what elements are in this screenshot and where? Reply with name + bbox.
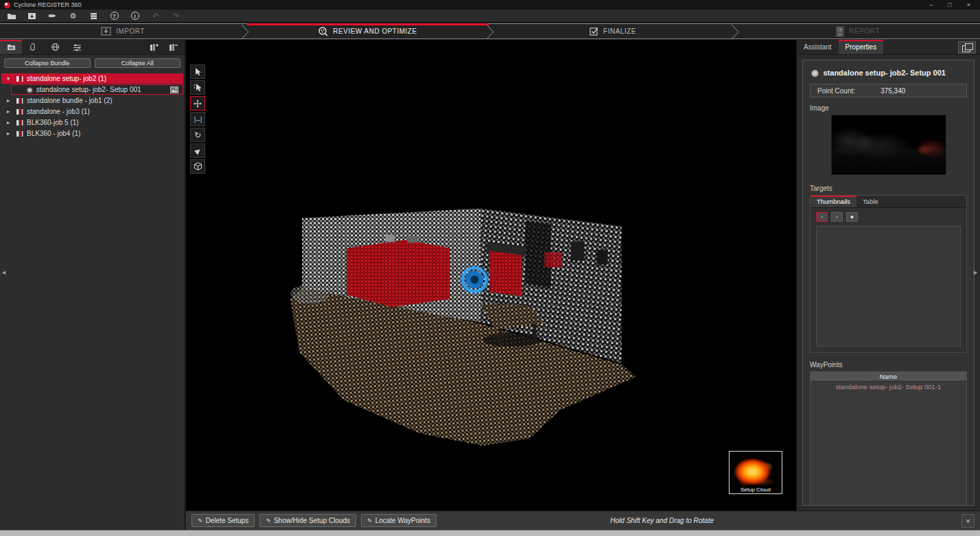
setup-pano-image[interactable] bbox=[831, 115, 946, 175]
caret-icon[interactable]: ▸ bbox=[7, 108, 12, 115]
help-icon[interactable]: ? bbox=[108, 11, 120, 21]
step-import-label: IMPORT bbox=[116, 27, 145, 35]
collapse-bundle-button[interactable]: Collapse Bundle bbox=[4, 58, 91, 68]
tab-assistant[interactable]: Assistant bbox=[797, 40, 839, 54]
redo-icon[interactable]: ↷ bbox=[170, 11, 182, 21]
rotate-hint-text: Hold Shift Key and Drag to Rotate bbox=[610, 517, 714, 524]
target-thumbnail-strip: • • ● bbox=[810, 208, 966, 226]
status-strip bbox=[0, 530, 980, 536]
waypoints-section-label: WayPoints bbox=[810, 361, 967, 369]
setup-cloud-preview[interactable]: Setup Cloud bbox=[729, 451, 782, 494]
tree-item-label: standalone setup- job2 (1) bbox=[27, 75, 106, 82]
collapse-all-button[interactable]: Collapse All bbox=[95, 58, 181, 68]
tree-item-job5[interactable]: ▸ BLK360-job 5 (1) bbox=[1, 117, 183, 128]
look-around-tool[interactable]: ↻ bbox=[190, 128, 205, 142]
tree-item-job3[interactable]: ▸ standalone - job3 (1) bbox=[1, 106, 183, 117]
caret-icon[interactable]: ▾ bbox=[7, 75, 12, 82]
open-project-icon[interactable] bbox=[5, 11, 17, 21]
point-cloud-viewport[interactable]: |↔| ↻ ▶ bbox=[186, 40, 796, 511]
tree-item-job2[interactable]: ▾ standalone setup- job2 (1) bbox=[1, 73, 183, 84]
caret-icon[interactable]: ▸ bbox=[7, 97, 12, 104]
show-hide-setup-clouds-button[interactable]: ✎ Show/Hide Setup Clouds bbox=[259, 514, 356, 527]
project-explorer-panel: Collapse Bundle Collapse All ▾ standalon… bbox=[0, 40, 185, 530]
targets-tab-thumbnails[interactable]: Thumbnails bbox=[810, 196, 856, 207]
collapse-left-panel-arrow[interactable]: ◄ bbox=[1, 269, 7, 276]
cube-view-tool[interactable] bbox=[190, 159, 205, 174]
step-review-and-optimize[interactable]: REVIEW AND OPTIMIZE bbox=[245, 24, 490, 38]
paperclip-icon bbox=[30, 43, 36, 51]
close-panel-button[interactable]: × bbox=[961, 514, 975, 528]
app-logo-icon bbox=[4, 2, 10, 8]
review-optimize-icon bbox=[318, 26, 329, 37]
tree-item-job1[interactable]: ▸ standalone bundle - job1 (2) bbox=[1, 95, 183, 106]
tree-item-job4[interactable]: ▸ BLK360 - job4 (1) bbox=[1, 128, 183, 139]
select-cursor-tool[interactable] bbox=[190, 65, 205, 79]
tab-properties[interactable]: Properties bbox=[839, 40, 884, 54]
step-report: REPORT bbox=[735, 24, 980, 38]
step-finalize[interactable]: FINALIZE bbox=[490, 24, 735, 38]
bundle-icon bbox=[16, 97, 23, 104]
fly-tool[interactable]: ▶ bbox=[190, 143, 205, 158]
globe-icon bbox=[51, 43, 60, 51]
info-icon[interactable]: i bbox=[129, 11, 141, 21]
close-button[interactable]: × bbox=[967, 0, 970, 10]
targets-section-label: Targets bbox=[810, 185, 967, 192]
undo-icon[interactable]: ↶ bbox=[150, 11, 161, 21]
multi-select-cursor-tool[interactable] bbox=[190, 80, 205, 95]
project-tree: ▾ standalone setup- job2 (1) ◉ standalon… bbox=[0, 71, 185, 139]
point-count-value: 375,340 bbox=[880, 87, 905, 95]
setup-cloud-label: Setup Cloud bbox=[730, 487, 782, 493]
explorer-tab-bar bbox=[0, 40, 185, 55]
menu-toolbar: ⚙ ? i ↶ ↷ bbox=[0, 10, 980, 23]
targets-tab-table[interactable]: Table bbox=[856, 196, 885, 207]
targets-list-area[interactable] bbox=[816, 226, 961, 347]
detach-panel-icon[interactable] bbox=[958, 41, 976, 54]
target-thumbnail-1[interactable]: • bbox=[816, 212, 828, 222]
step-import[interactable]: IMPORT bbox=[0, 24, 245, 38]
sliders-icon bbox=[73, 43, 82, 51]
tab-web[interactable] bbox=[44, 40, 66, 54]
point-count-label: Point Count: bbox=[810, 87, 880, 95]
tab-filter-settings[interactable] bbox=[66, 40, 88, 54]
waypoints-table: Name standalone setup- job2- Setup 001-1 bbox=[810, 371, 967, 506]
split-bundle-icon[interactable] bbox=[165, 43, 182, 51]
publish-icon[interactable] bbox=[47, 11, 58, 21]
bundle-icon bbox=[16, 108, 23, 115]
waypoint-row[interactable]: standalone setup- job2- Setup 001-1 bbox=[810, 382, 966, 391]
delete-setups-button[interactable]: ✎ Delete Setups bbox=[191, 514, 255, 527]
workflow-strip: IMPORT REVIEW AND OPTIMIZE FINALIZE bbox=[0, 23, 980, 39]
import-data-icon[interactable] bbox=[26, 11, 38, 21]
target-thumbnail-3[interactable]: ● bbox=[846, 212, 858, 222]
target-thumbnail-2[interactable]: • bbox=[831, 212, 843, 222]
tree-item-label: BLK360 - job4 (1) bbox=[27, 130, 80, 137]
report-icon bbox=[835, 26, 845, 37]
storage-icon[interactable] bbox=[88, 11, 100, 21]
application-window: Cyclone REGISTER 360 F360-Blk2Setups-Ios… bbox=[0, 0, 980, 536]
tree-item-setup-001[interactable]: ◉ standalone setup- job2- Setup 001 bbox=[11, 84, 183, 95]
viewport-canvas[interactable]: |↔| ↻ ▶ bbox=[186, 58, 796, 511]
expand-right-panel-arrow[interactable]: ► bbox=[972, 269, 979, 276]
tree-item-label: standalone - job3 (1) bbox=[27, 108, 90, 115]
caret-icon[interactable]: ▸ bbox=[7, 130, 12, 137]
settings-icon[interactable]: ⚙ bbox=[67, 11, 79, 21]
pan-tool[interactable] bbox=[190, 96, 205, 110]
title-bar: Cyclone REGISTER 360 F360-Blk2Setups-Ios… bbox=[0, 0, 980, 10]
point-cloud-render[interactable] bbox=[186, 58, 796, 511]
properties-tab-bar: Assistant Properties bbox=[797, 40, 980, 55]
tab-links[interactable] bbox=[22, 40, 44, 54]
step-report-label: REPORT bbox=[849, 27, 880, 35]
minimize-button[interactable]: – bbox=[929, 0, 933, 10]
waypoints-name-header: Name bbox=[810, 372, 966, 382]
step-finalize-label: FINALIZE bbox=[603, 27, 636, 35]
maximize-button[interactable]: □ bbox=[948, 0, 951, 10]
create-bundle-icon[interactable] bbox=[146, 43, 163, 51]
setup-icon: ◉ bbox=[27, 86, 33, 93]
tab-project-tree[interactable] bbox=[0, 40, 22, 54]
locate-waypoints-button[interactable]: ✎ Locate WayPoints bbox=[361, 514, 436, 527]
tree-item-label: standalone setup- job2- Setup 001 bbox=[36, 86, 141, 93]
targets-section: Thumbnails Table • • ● bbox=[810, 195, 967, 353]
setup-image-icon[interactable] bbox=[170, 86, 178, 95]
distance-tool[interactable]: |↔| bbox=[190, 112, 205, 126]
caret-icon[interactable]: ▸ bbox=[7, 119, 12, 126]
point-count-row: Point Count: 375,340 bbox=[810, 84, 967, 97]
